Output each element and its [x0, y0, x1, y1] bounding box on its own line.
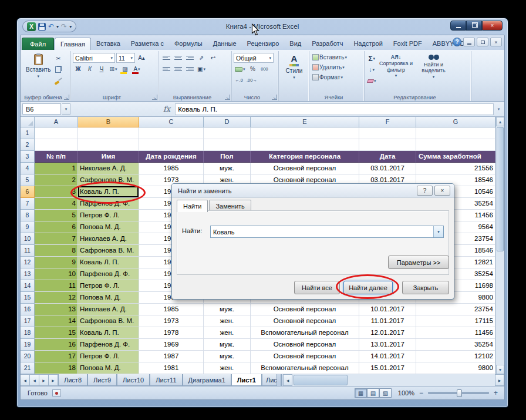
- font-family-select[interactable]: Calibri▾: [73, 53, 115, 63]
- cell-D21[interactable]: жен.: [204, 362, 251, 374]
- cell-D2[interactable]: [204, 139, 251, 151]
- excel-logo-icon[interactable]: X: [27, 22, 36, 31]
- merge-center-button[interactable]: ▣▾: [196, 64, 207, 74]
- next-sheet-button[interactable]: ▶: [39, 374, 49, 386]
- formula-bar-expand-icon[interactable]: ▾: [495, 107, 503, 112]
- cell-G4[interactable]: 21556: [416, 163, 495, 174]
- row-header-2[interactable]: 2: [21, 139, 35, 151]
- paste-button[interactable]: Вставить ▾: [23, 52, 53, 86]
- titlebar[interactable]: X ↶▾ ↷ ▾ Книга4 - Microsoft Excel ×: [17, 18, 508, 35]
- sort-filter-button[interactable]: АЯ↓ Сортировка и фильтр ▾: [377, 52, 415, 86]
- dialog-tab-find[interactable]: Найти: [177, 200, 208, 212]
- cell-B13[interactable]: Парфенов Д. Ф.: [78, 268, 139, 280]
- cell-A2[interactable]: [35, 139, 78, 151]
- cell-E4[interactable]: Основной персонал: [251, 163, 359, 174]
- cell-B2[interactable]: [78, 139, 139, 151]
- row-header-19[interactable]: 19: [21, 339, 35, 351]
- cell-A9[interactable]: 6: [35, 221, 78, 233]
- row-header-20[interactable]: 20: [21, 351, 35, 362]
- cell-E21[interactable]: Вспомогательный персонал: [251, 362, 359, 374]
- close-dialog-button[interactable]: Закрыть: [402, 281, 449, 294]
- ribbon-tab-Foxit PDF[interactable]: Foxit PDF: [388, 38, 427, 50]
- ribbon-tab-Рецензиро[interactable]: Рецензиро: [242, 38, 285, 50]
- row-header-11[interactable]: 11: [21, 245, 35, 257]
- column-header-C[interactable]: C: [139, 117, 204, 127]
- zoom-slider[interactable]: [428, 392, 489, 394]
- insert-function-button[interactable]: fx: [160, 105, 174, 113]
- row-header-4[interactable]: 4: [21, 163, 35, 174]
- row-header-3[interactable]: 3: [21, 151, 35, 163]
- cell-C20[interactable]: 1987: [139, 351, 204, 362]
- percent-button[interactable]: %: [248, 64, 258, 74]
- cell-B3[interactable]: Имя: [78, 151, 139, 163]
- cell-F3[interactable]: Дата: [359, 151, 416, 163]
- ribbon-tab-Вставка[interactable]: Вставка: [91, 38, 126, 50]
- cell-C18[interactable]: 1978: [139, 327, 204, 339]
- cell-B20[interactable]: Петров Ф. Л.: [78, 351, 139, 362]
- sheet-tab-Лис[interactable]: Лис: [262, 374, 277, 386]
- find-input[interactable]: Коваль ▾: [210, 226, 444, 238]
- cell-D4[interactable]: муж.: [204, 163, 251, 174]
- combo-dropdown-icon[interactable]: ▾: [433, 226, 443, 237]
- cell-G16[interactable]: 23754: [416, 304, 495, 315]
- cell-G1[interactable]: [416, 127, 495, 139]
- ribbon-tab-Разработч[interactable]: Разработч: [306, 38, 348, 50]
- dialog-close-button[interactable]: ×: [434, 186, 450, 196]
- row-header-14[interactable]: 14: [21, 280, 35, 292]
- fill-color-button[interactable]: ▨: [120, 64, 130, 74]
- cell-B11[interactable]: Сафронова В. М.: [78, 245, 139, 257]
- underline-button[interactable]: Ч: [96, 64, 107, 74]
- cell-E20[interactable]: Основной персонал: [251, 351, 359, 362]
- cut-button[interactable]: ✂: [53, 53, 63, 63]
- font-dialog-launcher-icon[interactable]: [152, 95, 157, 100]
- cell-D18[interactable]: жен.: [204, 327, 251, 339]
- alignment-dialog-launcher-icon[interactable]: [225, 95, 230, 100]
- bold-button[interactable]: Ж: [73, 64, 83, 74]
- cell-C17[interactable]: 1973: [139, 315, 204, 327]
- cell-F20[interactable]: 14.01.2017: [359, 351, 416, 362]
- cell-C3[interactable]: Дата рождения: [139, 151, 204, 163]
- cell-B21[interactable]: Попова М. Д.: [78, 362, 139, 374]
- cell-G2[interactable]: [416, 139, 495, 151]
- sheet-tab-Лист9[interactable]: Лист9: [87, 374, 117, 386]
- insert-cells-button[interactable]: Вставить▾: [311, 52, 363, 62]
- decrease-decimal-button[interactable]: .00→: [245, 75, 258, 85]
- cell-F16[interactable]: 10.01.2017: [359, 304, 416, 315]
- vscroll-thumb[interactable]: [497, 127, 504, 251]
- redo-icon[interactable]: ↷: [61, 23, 67, 30]
- cell-A8[interactable]: 5: [35, 210, 78, 221]
- workbook-close-button[interactable]: ×: [490, 38, 502, 46]
- cell-B4[interactable]: Николаев А. Д.: [78, 163, 139, 174]
- hscroll-thumb[interactable]: [294, 375, 348, 385]
- save-icon[interactable]: [38, 23, 46, 31]
- cell-F18[interactable]: 12.01.2017: [359, 327, 416, 339]
- page-break-view-button[interactable]: ▧: [379, 388, 392, 398]
- align-top-button[interactable]: [161, 53, 171, 63]
- cell-G3[interactable]: Сумма заработной: [416, 151, 495, 163]
- cell-C1[interactable]: [139, 127, 204, 139]
- cell-B12[interactable]: Коваль Л. П.: [78, 257, 139, 268]
- cell-F4[interactable]: 03.01.2017: [359, 163, 416, 174]
- cell-A17[interactable]: 14: [35, 315, 78, 327]
- cell-B14[interactable]: Петров Ф. Л.: [78, 280, 139, 292]
- params-button[interactable]: Параметры >>: [388, 256, 449, 269]
- align-bottom-button[interactable]: [184, 53, 195, 63]
- find-all-button[interactable]: Найти все: [294, 281, 340, 294]
- cell-A15[interactable]: 12: [35, 292, 78, 304]
- sheet-tab-Диаграмма1[interactable]: Диаграмма1: [183, 374, 231, 386]
- cell-B16[interactable]: Николаев А. Д.: [78, 304, 139, 315]
- column-header-D[interactable]: D: [204, 117, 251, 127]
- cell-A16[interactable]: 13: [35, 304, 78, 315]
- cell-C16[interactable]: 1985: [139, 304, 204, 315]
- cell-A12[interactable]: 9: [35, 257, 78, 268]
- italic-button[interactable]: К: [85, 64, 95, 74]
- wrap-text-button[interactable]: ↩: [208, 53, 218, 63]
- cell-E17[interactable]: Основной персонал: [251, 315, 359, 327]
- vscroll-track[interactable]: [496, 252, 504, 365]
- align-center-button[interactable]: [173, 64, 183, 74]
- cell-F1[interactable]: [359, 127, 416, 139]
- cell-D17[interactable]: жен.: [204, 315, 251, 327]
- copy-button[interactable]: [53, 65, 63, 75]
- cell-C21[interactable]: 1981: [139, 362, 204, 374]
- format-cells-button[interactable]: Формат▾: [311, 72, 363, 82]
